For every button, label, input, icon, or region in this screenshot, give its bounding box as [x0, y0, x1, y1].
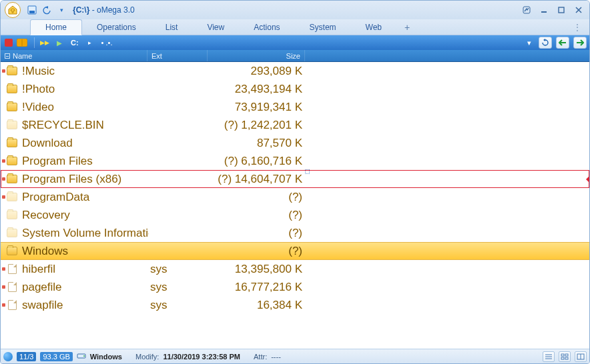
play-icon[interactable]: ▶▶ [39, 37, 51, 48]
maximize-button[interactable] [555, 5, 568, 15]
table-row[interactable]: swapfilesys16,384 K [1, 296, 589, 314]
titlebar: ▾ {C:\} - oMega 3.0 [1, 1, 589, 19]
drive-bar: ▶▶ ▶ C: ▸ • .•. ▾ [1, 35, 589, 50]
tab-operations[interactable]: Operations [82, 20, 151, 35]
view-thumbs-button[interactable] [559, 351, 571, 362]
tab-list[interactable]: List [151, 20, 193, 35]
row-name: !Music [21, 65, 149, 78]
dual-pane-toggle[interactable] [17, 39, 27, 47]
file-icon [6, 299, 18, 311]
app-menu-button[interactable] [5, 2, 21, 18]
row-size: (?) 6,160,716 K [209, 155, 306, 168]
file-icon [6, 281, 18, 293]
row-ext: sys [149, 281, 209, 294]
path-crumbs[interactable]: • .•. [99, 39, 115, 47]
row-size: (?) 1,242,201 K [209, 119, 306, 132]
column-size-header[interactable]: Size [208, 50, 305, 61]
save-icon[interactable] [26, 4, 38, 16]
quick-access-toolbar: ▾ [26, 4, 67, 16]
svg-rect-15 [565, 357, 568, 359]
table-row[interactable]: Program Files(?) 6,160,716 K [1, 152, 589, 170]
minimize-button[interactable] [537, 5, 551, 15]
attr-value: ---- [271, 353, 281, 361]
folder-icon [6, 119, 18, 131]
tab-actions[interactable]: Actions [239, 20, 294, 35]
table-row[interactable]: $RECYCLE.BIN(?) 1,242,201 K [1, 116, 589, 134]
row-size: (?) [209, 209, 306, 222]
globe-icon[interactable] [3, 352, 13, 361]
column-name-header[interactable]: Name [1, 50, 148, 61]
row-mark [1, 177, 6, 181]
drive-status-icon [77, 352, 86, 361]
title-sep: - [89, 5, 97, 15]
window-title: {C:\} - oMega 3.0 [73, 5, 135, 15]
nav-forward-button[interactable] [573, 37, 587, 49]
drive-dropdown-icon[interactable]: ▸ [84, 37, 96, 48]
row-name: $RECYCLE.BIN [21, 119, 149, 132]
row-name: Recovery [21, 209, 149, 222]
file-list[interactable]: !Music293,089 K!Photo23,493,194 K!Video7… [1, 62, 589, 349]
row-name: hiberfil [21, 263, 149, 276]
row-mark [1, 285, 6, 289]
tab-view[interactable]: View [192, 20, 239, 35]
row-size: (?) [209, 227, 306, 240]
table-row[interactable]: Recovery(?) [1, 206, 589, 224]
table-row[interactable]: Program Files (x86)(?) 14,604,707 K [1, 170, 589, 188]
undo-icon[interactable] [41, 4, 53, 16]
window-controls [520, 5, 585, 15]
table-row[interactable]: !Video73,919,341 K [1, 98, 589, 116]
row-size: (?) 14,604,707 K [209, 173, 306, 186]
row-size: 23,493,194 K [209, 83, 306, 96]
column-name-label: Name [13, 52, 32, 60]
close-button[interactable] [572, 5, 585, 15]
nav-back-button[interactable] [556, 37, 569, 49]
row-mark [1, 303, 6, 307]
folder-icon [6, 227, 18, 239]
svg-rect-13 [565, 354, 568, 356]
table-row[interactable]: ProgramData(?) [1, 188, 589, 206]
modify-value: 11/30/2019 3:23:58 PM [163, 353, 240, 361]
row-name: !Photo [21, 83, 149, 96]
app-window: ▾ {C:\} - oMega 3.0 HomeOperationsListVi… [0, 0, 590, 364]
run-icon[interactable]: ▶ [53, 37, 65, 48]
refresh-button[interactable] [539, 37, 552, 49]
tab-web[interactable]: Web [351, 20, 396, 35]
stop-button[interactable] [5, 39, 13, 47]
attr-label: Attr: [254, 353, 267, 361]
column-size-label: Size [286, 52, 300, 60]
tree-toggle-icon[interactable] [5, 53, 10, 59]
ribbon-tabs: HomeOperationsListViewActionsSystemWeb +… [1, 19, 589, 35]
tab-home[interactable]: Home [30, 19, 82, 35]
qat-dropdown-icon[interactable]: ▾ [55, 4, 67, 16]
title-path: {C:\} [73, 5, 89, 15]
view-details-button[interactable] [543, 351, 555, 362]
folder-icon [6, 155, 18, 167]
selection-count: 11/3 [17, 352, 36, 361]
table-row[interactable]: Windows(?) [1, 242, 589, 260]
table-row[interactable]: pagefilesys16,777,216 K [1, 278, 589, 296]
folder-icon [6, 173, 18, 185]
drive-label: Windows [90, 353, 122, 361]
table-row[interactable]: System Volume Information(?) [1, 224, 589, 242]
table-row[interactable]: !Music293,089 K [1, 62, 589, 80]
help-icon[interactable] [520, 5, 533, 15]
row-name: ProgramData [21, 191, 149, 204]
drive-letter[interactable]: C: [68, 39, 81, 47]
row-name: swapfile [21, 299, 149, 312]
history-dropdown-icon[interactable]: ▾ [524, 37, 535, 48]
row-mark [1, 159, 6, 163]
tab-system[interactable]: System [295, 20, 351, 35]
table-row[interactable]: !Photo23,493,194 K [1, 80, 589, 98]
column-ext-header[interactable]: Ext [148, 50, 208, 61]
add-tab-button[interactable]: + [396, 21, 418, 34]
row-name: System Volume Information [21, 227, 149, 240]
row-size: 16,777,216 K [209, 281, 306, 294]
table-row[interactable]: hiberfilsys13,395,800 K [1, 260, 589, 278]
folder-icon [6, 209, 18, 221]
focus-indicator-icon [305, 169, 310, 174]
svg-rect-12 [561, 354, 564, 356]
view-panel-button[interactable] [575, 351, 587, 362]
table-row[interactable]: Download87,570 K [1, 134, 589, 152]
row-size: 16,384 K [209, 299, 306, 312]
ribbon-options-icon[interactable]: ⋮ [573, 23, 589, 32]
